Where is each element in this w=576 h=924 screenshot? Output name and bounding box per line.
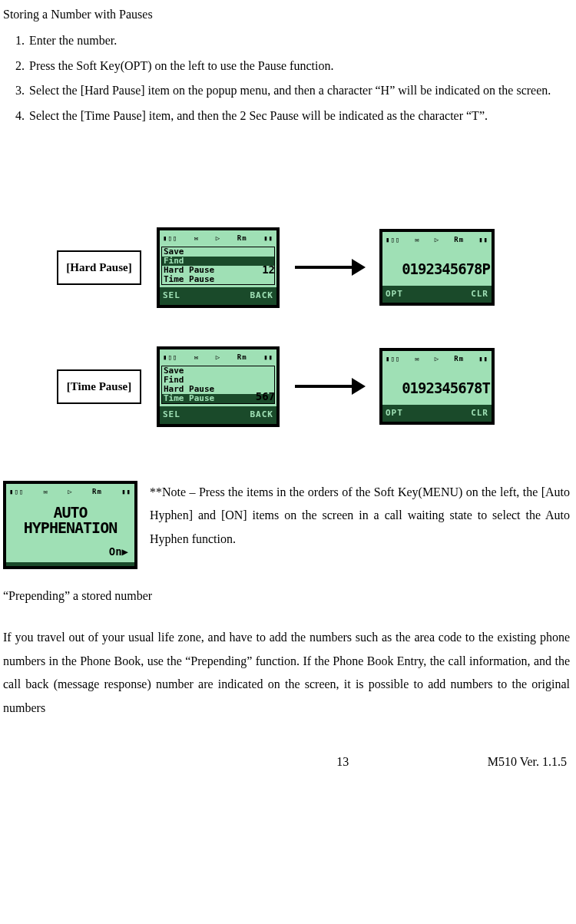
softkey-right: CLR [471,406,488,422]
softkey-left: SEL [163,288,180,304]
version: M510 Ver. 1.1.5 [488,750,567,773]
step-3: Select the [Hard Pause] item on the popu… [28,79,570,102]
step-2: Press the Soft Key(OPT) on the left to u… [28,55,570,78]
diagram-area: [Hard Pause] ▮▯▯✉▷Rm▮▮ Save Find Hard Pa… [3,227,570,427]
paragraph: If you travel out of your usual life zon… [3,626,570,720]
softkey-right: BACK [250,407,274,423]
result-screen-time: ▮▯▯✉▷Rm▮▮ 0192345678T OPTCLR [379,348,495,425]
result-screen-hard: ▮▯▯✉▷Rm▮▮ 0192345678P OPTCLR [379,229,495,306]
time-pause-row: [Time Pause] ▮▯▯✉▷Rm▮▮ Save Find Hard Pa… [3,346,570,427]
note-block: ▮▯▯✉▷Rm▮▮ AUTO HYPHENATION On▶ OKBACK **… [3,481,570,569]
subheading: “Prepending” a stored number [3,585,570,608]
arrow-icon [295,384,364,389]
section-title: Storing a Number with Pauses [3,3,570,26]
softkey-right: BACK [250,288,274,304]
side-number: 12 [262,260,275,280]
menu-screen-hard: ▮▯▯✉▷Rm▮▮ Save Find Hard Pause Time Paus… [157,227,280,308]
steps-list: Enter the number. Press the Soft Key(OPT… [3,29,570,128]
side-number: 567 [256,386,275,407]
auto-hyphen-screen: ▮▯▯✉▷Rm▮▮ AUTO HYPHENATION On▶ OKBACK [3,481,137,569]
step-1: Enter the number. [28,29,570,52]
menu-screen-time: ▮▯▯✉▷Rm▮▮ Save Find Hard Pause Time Paus… [157,346,280,427]
menu-item: Time Pause [162,275,274,284]
step-4: Select the [Time Pause] item, and then t… [28,104,570,128]
softkey-right: CLR [471,286,488,303]
softkey-left: OK [9,563,21,569]
softkey-left: OPT [386,406,403,422]
hard-pause-label: [Hard Pause] [57,250,141,285]
auto-line1: AUTO [6,505,134,520]
on-indicator: On▶ [6,535,134,562]
softkey-left: OPT [386,286,403,303]
hard-pause-row: [Hard Pause] ▮▯▯✉▷Rm▮▮ Save Find Hard Pa… [3,227,570,308]
softkey-left: SEL [163,407,180,423]
auto-line2: HYPHENATION [6,520,134,535]
page-number: 13 [6,750,488,773]
result-number: 0192345678P [382,249,492,286]
note-text: **Note – Press the items in the orders o… [150,481,570,551]
arrow-icon [295,265,364,270]
result-number: 0192345678T [382,368,492,405]
softkey-right: BACK [108,563,132,569]
footer: 13 M510 Ver. 1.1.5 [3,750,570,773]
time-pause-label: [Time Pause] [57,369,141,404]
